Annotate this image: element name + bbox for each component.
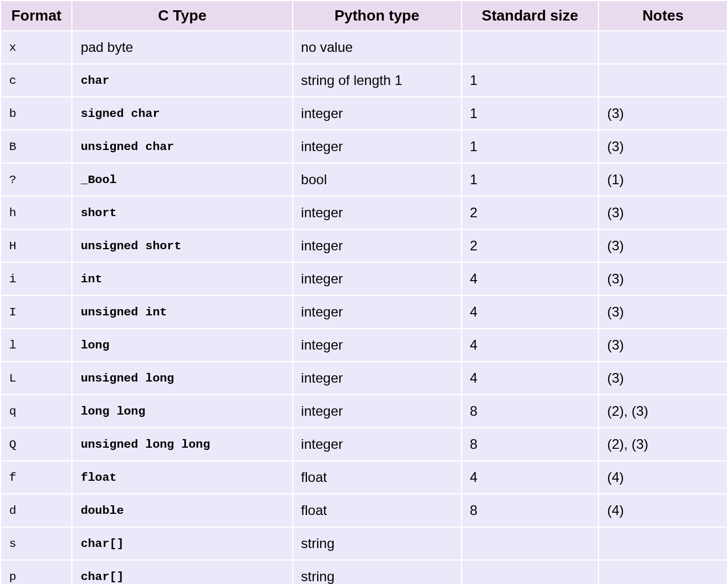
cell-notes: (4) [598,461,727,494]
cell-format: h [1,196,72,229]
cell-notes: (1) [598,163,727,196]
table-row: Qunsigned long longinteger8(2), (3) [1,428,727,461]
table-row: pchar[]string [1,560,727,584]
cell-ctype: char[] [72,527,292,560]
cell-ctype: pad byte [72,31,292,64]
cell-size: 4 [462,295,599,328]
cell-format: s [1,527,72,560]
cell-ctype: long long [72,395,292,428]
cell-notes: (2), (3) [598,428,727,461]
cell-ptype: integer [293,229,462,262]
cell-size: 8 [462,395,599,428]
cell-notes: (3) [598,362,727,395]
cell-notes: (4) [598,494,727,527]
cell-ctype: signed char [72,97,292,130]
cell-format: f [1,461,72,494]
cell-size: 1 [462,64,599,97]
cell-notes [598,64,727,97]
cell-format: b [1,97,72,130]
cell-size: 4 [462,262,599,295]
cell-ptype: integer [293,262,462,295]
cell-ptype: integer [293,362,462,395]
cell-ctype: unsigned long long [72,428,292,461]
cell-ctype: unsigned long [72,362,292,395]
cell-format: l [1,328,72,362]
table-row: iintinteger4(3) [1,262,727,295]
cell-format: c [1,64,72,97]
cell-size: 1 [462,97,599,130]
cell-ctype: float [72,461,292,494]
cell-format: L [1,362,72,395]
cell-ctype: char [72,64,292,97]
table-row: ccharstring of length 11 [1,64,727,97]
cell-format: H [1,229,72,262]
cell-ptype: integer [293,395,462,428]
cell-format: ? [1,163,72,196]
cell-size: 1 [462,130,599,163]
cell-ctype: short [72,196,292,229]
cell-ctype: int [72,262,292,295]
cell-format: d [1,494,72,527]
cell-ptype: string [293,527,462,560]
cell-ctype: unsigned short [72,229,292,262]
cell-ptype: integer [293,130,462,163]
cell-ctype: _Bool [72,163,292,196]
cell-size [462,527,599,560]
table-row: qlong longinteger8(2), (3) [1,395,727,428]
cell-format: p [1,560,72,584]
col-header-size: Standard size [462,1,599,31]
table-row: Hunsigned shortinteger2(3) [1,229,727,262]
col-header-ctype: C Type [72,1,292,31]
table-row: ddoublefloat8(4) [1,494,727,527]
cell-notes: (3) [598,262,727,295]
table-header-row: Format C Type Python type Standard size … [1,1,727,31]
col-header-format: Format [1,1,72,31]
table-row: hshortinteger2(3) [1,196,727,229]
cell-ptype: integer [293,97,462,130]
cell-notes: (3) [598,196,727,229]
cell-notes: (3) [598,295,727,328]
cell-format: x [1,31,72,64]
cell-notes: (2), (3) [598,395,727,428]
table-row: ?_Boolbool1(1) [1,163,727,196]
cell-ptype: bool [293,163,462,196]
table-row: xpad byteno value [1,31,727,64]
cell-notes: (3) [598,229,727,262]
cell-size: 4 [462,328,599,362]
cell-ptype: float [293,461,462,494]
table-row: Iunsigned intinteger4(3) [1,295,727,328]
cell-size: 2 [462,196,599,229]
cell-format: I [1,295,72,328]
cell-ctype: unsigned char [72,130,292,163]
cell-ctype: long [72,328,292,362]
table-row: llonginteger4(3) [1,328,727,362]
cell-notes: (3) [598,130,727,163]
table-row: bsigned charinteger1(3) [1,97,727,130]
cell-notes [598,560,727,584]
table-row: Bunsigned charinteger1(3) [1,130,727,163]
cell-ctype: unsigned int [72,295,292,328]
cell-ptype: integer [293,196,462,229]
cell-size: 8 [462,428,599,461]
cell-ptype: string of length 1 [293,64,462,97]
cell-ctype: char[] [72,560,292,584]
cell-size: 4 [462,461,599,494]
cell-size: 2 [462,229,599,262]
cell-ptype: integer [293,328,462,362]
cell-format: Q [1,428,72,461]
cell-notes: (3) [598,328,727,362]
table-row: ffloatfloat4(4) [1,461,727,494]
col-header-ptype: Python type [293,1,462,31]
format-characters-table: Format C Type Python type Standard size … [0,0,728,584]
cell-size: 1 [462,163,599,196]
cell-ctype: double [72,494,292,527]
cell-ptype: integer [293,428,462,461]
col-header-notes: Notes [598,1,727,31]
cell-size [462,560,599,584]
cell-ptype: string [293,560,462,584]
cell-notes [598,31,727,64]
cell-ptype: integer [293,295,462,328]
cell-size [462,31,599,64]
cell-size: 8 [462,494,599,527]
table-row: Lunsigned longinteger4(3) [1,362,727,395]
